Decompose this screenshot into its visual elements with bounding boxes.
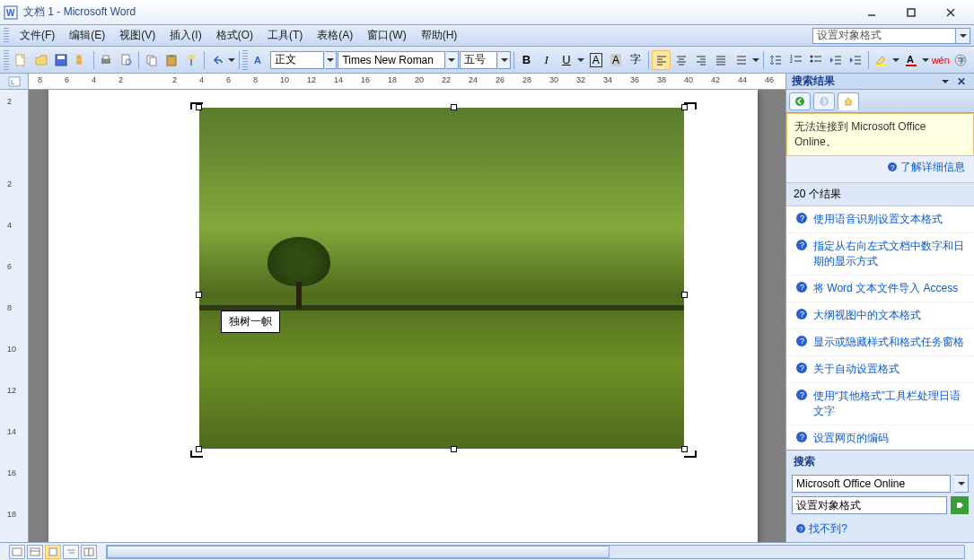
outline-view-button[interactable] [63, 545, 79, 559]
help-ask-dropdown[interactable] [956, 28, 970, 44]
style-selector[interactable]: 正文 [270, 51, 324, 69]
bullets-button[interactable] [806, 50, 825, 70]
search-scope-dropdown[interactable] [954, 475, 969, 493]
underline-dropdown[interactable] [577, 58, 586, 62]
paste-button[interactable] [162, 50, 180, 70]
result-item[interactable]: ?指定从右向左式文档中数字和日期的显示方式 [786, 233, 974, 276]
maximize-button[interactable] [891, 3, 931, 22]
svg-rect-16 [150, 57, 156, 66]
italic-button[interactable]: I [537, 50, 556, 70]
size-dropdown[interactable] [498, 51, 511, 69]
preview-button[interactable] [117, 50, 136, 70]
document-area[interactable]: 独树一帜 [29, 90, 785, 542]
image-object[interactable]: 独树一帜 [199, 108, 702, 476]
enclose-chars-button[interactable]: 字 [952, 50, 970, 70]
search-label: 搜索 [786, 451, 974, 473]
permission-button[interactable] [72, 50, 91, 70]
format-painter-button[interactable] [182, 50, 201, 70]
numbering-button[interactable]: 12 [786, 50, 805, 70]
align-center-button[interactable] [671, 50, 690, 70]
menu-help[interactable]: 帮助(H) [414, 25, 465, 46]
pane-back-button[interactable] [789, 92, 811, 110]
align-left-button[interactable] [652, 50, 671, 70]
reading-view-button[interactable] [81, 545, 97, 559]
align-right-button[interactable] [691, 50, 710, 70]
underline-button[interactable]: U [557, 50, 575, 70]
style-dropdown[interactable] [325, 51, 338, 69]
line-spacing-button[interactable] [767, 50, 785, 70]
open-button[interactable] [31, 50, 50, 70]
grip-icon[interactable] [4, 28, 9, 44]
horizontal-ruler[interactable]: 8642246810121416182022242628303234363840… [29, 74, 785, 89]
grip-icon[interactable] [242, 50, 248, 70]
size-selector[interactable]: 五号 [460, 51, 498, 69]
menu-tools[interactable]: 工具(T) [260, 25, 310, 46]
menu-file[interactable]: 文件(F) [13, 25, 62, 46]
svg-text:?: ? [800, 310, 804, 319]
help-icon: ? [795, 389, 808, 401]
print-view-button[interactable] [45, 545, 61, 559]
char-border-button[interactable]: A [586, 50, 605, 70]
help-ask-box[interactable]: 设置对象格式 [812, 28, 956, 44]
menu-table[interactable]: 表格(A) [310, 25, 360, 46]
web-view-button[interactable] [27, 545, 43, 559]
close-button[interactable] [931, 3, 970, 22]
search-input[interactable] [792, 496, 947, 514]
svg-text:A: A [907, 54, 914, 65]
font-dropdown[interactable] [446, 51, 459, 69]
vertical-ruler[interactable]: 224681012141618 [0, 90, 29, 542]
minimize-button[interactable] [852, 3, 891, 22]
not-found-link[interactable]: 找不到? [809, 522, 847, 535]
highlight-dropdown[interactable] [891, 58, 900, 62]
align-distribute-button[interactable] [732, 50, 750, 70]
result-item[interactable]: ?使用“其他格式”工具栏处理日语文字 [786, 383, 974, 425]
indent-button[interactable] [847, 50, 865, 70]
align-dropdown[interactable] [751, 58, 760, 62]
svg-rect-3 [908, 9, 915, 16]
task-pane-menu[interactable] [938, 75, 952, 88]
copy-button[interactable] [142, 50, 161, 70]
new-doc-button[interactable] [12, 50, 31, 70]
menu-insert[interactable]: 插入(I) [162, 25, 208, 46]
save-button[interactable] [51, 50, 70, 70]
search-go-button[interactable] [951, 496, 969, 514]
ruler-corner[interactable]: L [0, 74, 29, 89]
menu-format[interactable]: 格式(O) [209, 25, 260, 46]
highlight-button[interactable] [872, 50, 891, 70]
task-pane-close[interactable]: ✕ [954, 75, 969, 88]
print-button[interactable] [97, 50, 116, 70]
normal-view-button[interactable] [9, 545, 25, 559]
styles-button[interactable]: A [250, 50, 269, 70]
result-item[interactable]: ?设置网页的编码 [786, 425, 974, 450]
grip-icon[interactable] [4, 50, 9, 70]
more-info-link[interactable]: 了解详细信息 [900, 161, 965, 173]
result-item[interactable]: ?使用语音识别设置文本格式 [786, 206, 974, 233]
menu-edit[interactable]: 编辑(E) [62, 25, 112, 46]
pane-home-button[interactable] [838, 92, 859, 110]
pane-forward-button[interactable] [813, 92, 835, 110]
search-scope-select[interactable]: Microsoft Office Online [792, 475, 951, 493]
menu-window[interactable]: 窗口(W) [360, 25, 413, 46]
outdent-button[interactable] [827, 50, 846, 70]
result-item[interactable]: ?大纲视图中的文本格式 [786, 302, 974, 329]
undo-button[interactable] [207, 50, 226, 70]
char-shading-button[interactable]: A [606, 50, 625, 70]
font-color-dropdown[interactable] [921, 58, 930, 62]
svg-text:?: ? [891, 163, 895, 171]
svg-rect-6 [16, 55, 24, 66]
font-selector[interactable]: Times New Roman [338, 51, 445, 69]
help-icon: ? [795, 239, 808, 251]
result-item[interactable]: ?将 Word 文本文件导入 Access [786, 276, 974, 302]
result-item[interactable]: ?关于自动设置格式 [786, 356, 974, 383]
horizontal-scrollbar[interactable] [106, 545, 965, 559]
align-justify-button[interactable] [712, 50, 731, 70]
bold-button[interactable]: B [517, 50, 536, 70]
font-color-button[interactable]: A [901, 50, 920, 70]
task-pane-header: 搜索结果 ✕ [785, 74, 974, 89]
undo-dropdown[interactable] [227, 58, 236, 62]
char-scale-button[interactable]: 字 [627, 50, 645, 70]
results-list[interactable]: ?使用语音识别设置文本格式?指定从右向左式文档中数字和日期的显示方式?将 Wor… [786, 206, 974, 450]
menu-view[interactable]: 视图(V) [112, 25, 162, 46]
result-item[interactable]: ?显示或隐藏样式和格式任务窗格 [786, 329, 974, 356]
phonetic-guide-button[interactable]: wén [931, 50, 951, 70]
